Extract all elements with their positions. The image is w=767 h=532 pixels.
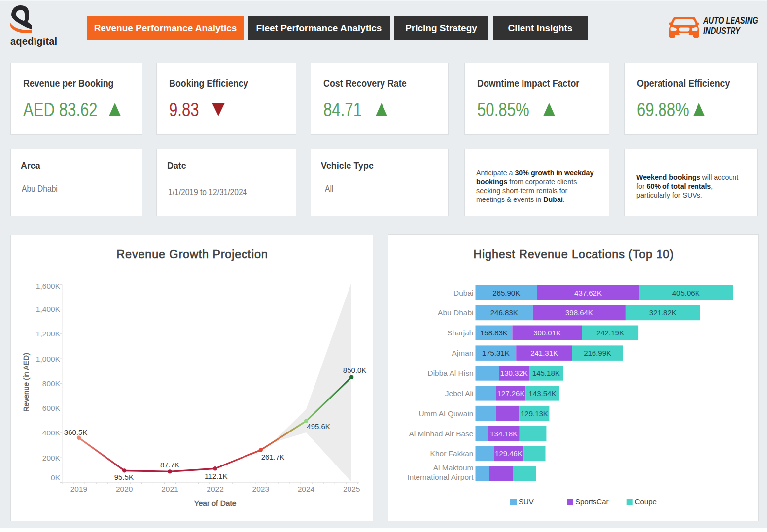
svg-text:398.64K: 398.64K bbox=[565, 308, 593, 317]
svg-text:241.31K: 241.31K bbox=[530, 349, 558, 357]
svg-text:246.83K: 246.83K bbox=[490, 308, 518, 317]
svg-text:2022: 2022 bbox=[207, 485, 223, 493]
svg-text:112.1K: 112.1K bbox=[205, 472, 227, 480]
svg-text:143.54K: 143.54K bbox=[528, 389, 556, 398]
svg-text:127.26K: 127.26K bbox=[497, 389, 525, 398]
svg-text:300.01K: 300.01K bbox=[533, 329, 561, 337]
svg-text:242.19K: 242.19K bbox=[596, 329, 624, 337]
svg-text:321.82K: 321.82K bbox=[649, 308, 677, 317]
svg-text:Umm Al Quwain: Umm Al Quwain bbox=[418, 409, 473, 418]
svg-text:Ajman: Ajman bbox=[452, 349, 474, 357]
svg-text:Revenue Growth Projection: Revenue Growth Projection bbox=[116, 248, 268, 261]
svg-text:400K: 400K bbox=[42, 429, 61, 437]
svg-text:405.06K: 405.06K bbox=[672, 289, 700, 297]
svg-text:Year of Date: Year of Date bbox=[194, 499, 237, 507]
svg-text:0K: 0K bbox=[51, 473, 61, 482]
svg-text:Khor Fakkan: Khor Fakkan bbox=[430, 449, 474, 458]
svg-text:Coupe: Coupe bbox=[635, 498, 657, 506]
svg-text:Dibba Al Hisn: Dibba Al Hisn bbox=[427, 369, 473, 377]
svg-text:Al Maktoum: Al Maktoum bbox=[433, 464, 474, 472]
svg-text:2024: 2024 bbox=[298, 485, 315, 493]
svg-text:850.0K: 850.0K bbox=[343, 366, 367, 374]
svg-text:600K: 600K bbox=[42, 404, 61, 412]
svg-text:1,000K: 1,000K bbox=[36, 355, 61, 363]
svg-text:87.7K: 87.7K bbox=[160, 461, 179, 469]
svg-text:158.83K: 158.83K bbox=[480, 329, 508, 337]
svg-text:495.6K: 495.6K bbox=[307, 422, 330, 431]
svg-text:Abu Dhabi: Abu Dhabi bbox=[438, 308, 473, 317]
svg-text:1,400K: 1,400K bbox=[36, 305, 61, 313]
svg-text:265.90K: 265.90K bbox=[492, 289, 520, 297]
svg-text:216.99K: 216.99K bbox=[584, 349, 611, 357]
svg-text:134.18K: 134.18K bbox=[490, 430, 518, 438]
svg-text:129.13K: 129.13K bbox=[521, 409, 548, 418]
svg-text:437.62K: 437.62K bbox=[574, 289, 602, 297]
svg-text:2025: 2025 bbox=[343, 485, 360, 493]
svg-text:SUV: SUV bbox=[519, 498, 534, 506]
svg-text:Highest Revenue Locations (Top: Highest Revenue Locations (Top 10) bbox=[473, 248, 674, 261]
svg-text:1,200K: 1,200K bbox=[36, 330, 61, 338]
svg-text:Sharjah: Sharjah bbox=[447, 329, 473, 337]
svg-text:2021: 2021 bbox=[161, 485, 178, 493]
svg-text:130.32K: 130.32K bbox=[500, 369, 528, 377]
svg-text:SportsCar: SportsCar bbox=[575, 498, 609, 506]
svg-text:175.31K: 175.31K bbox=[482, 349, 510, 357]
svg-text:261.7K: 261.7K bbox=[261, 453, 285, 461]
svg-text:2020: 2020 bbox=[116, 485, 133, 493]
svg-text:2019: 2019 bbox=[70, 485, 87, 493]
svg-text:Dubai: Dubai bbox=[453, 289, 474, 297]
svg-text:Al Minhad Air Base: Al Minhad Air Base bbox=[409, 430, 474, 438]
svg-text:Jebel Ali: Jebel Ali bbox=[445, 389, 474, 398]
svg-text:360.5K: 360.5K bbox=[64, 428, 88, 436]
svg-text:200K: 200K bbox=[42, 454, 61, 462]
svg-text:145.18K: 145.18K bbox=[532, 369, 560, 377]
svg-text:95.5K: 95.5K bbox=[114, 473, 134, 481]
svg-text:1,600K: 1,600K bbox=[36, 282, 61, 290]
svg-text:2023: 2023 bbox=[252, 485, 269, 493]
svg-text:129.46K: 129.46K bbox=[495, 449, 523, 458]
svg-text:International Airport: International Airport bbox=[407, 473, 474, 481]
svg-text:Revenue (in AED): Revenue (in AED) bbox=[22, 353, 30, 412]
svg-text:800K: 800K bbox=[42, 379, 61, 388]
